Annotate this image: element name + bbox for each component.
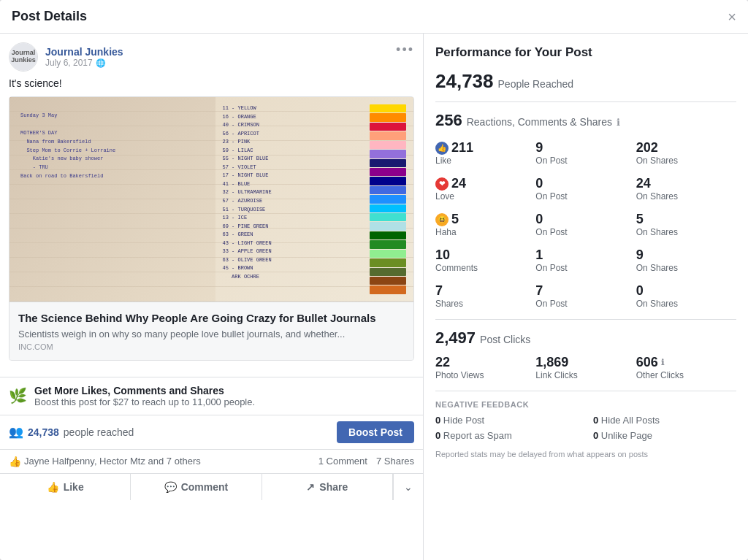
link-clicks-label: Link Clicks bbox=[535, 370, 636, 380]
negative-feedback-grid: 0 Hide Post 0 Hide All Posts 0 Report as… bbox=[435, 415, 736, 441]
performance-title: Performance for Your Post bbox=[435, 45, 736, 60]
reactions-left: 👍 Jayne Halfpenny, Hector Mtz and 7 othe… bbox=[9, 456, 201, 467]
post-image: Sunday 3 May MOTHER'S DAY Nana from Bake… bbox=[9, 97, 413, 302]
photo-views-label: Photo Views bbox=[435, 370, 535, 380]
like-onshares-num: 202 bbox=[636, 140, 736, 156]
comments-onshares-label: On Shares bbox=[636, 263, 736, 273]
like-button[interactable]: 👍 Like bbox=[0, 474, 131, 500]
divider-3 bbox=[435, 391, 736, 391]
negative-feedback-section: NEGATIVE FEEDBACK 0 Hide Post 0 Hide All… bbox=[435, 400, 736, 459]
other-clicks-cell: 606 ℹ Other Clicks bbox=[636, 355, 736, 380]
haha-onpost-label: On Post bbox=[535, 227, 636, 237]
boost-section: 🌿 Get More Likes, Comments and Shares Bo… bbox=[0, 377, 423, 415]
share-btn-label: Share bbox=[319, 481, 348, 493]
love-onshares-cell: 24 On Shares bbox=[636, 176, 736, 202]
like-total-value: 211 bbox=[451, 140, 473, 156]
love-onpost-num: 0 bbox=[535, 176, 636, 191]
like-total-num: 👍 211 bbox=[435, 140, 535, 156]
shares-onshares-label: On Shares bbox=[636, 299, 736, 309]
shares-onshares-cell: 0 On Shares bbox=[636, 283, 736, 309]
comments-stat-row: 10 Comments 1 On Post 9 On Shares bbox=[435, 248, 736, 273]
haha-onpost-cell: 0 On Post bbox=[535, 212, 636, 237]
comments-onshares-num: 9 bbox=[636, 248, 736, 263]
haha-total-num: 😆 5 bbox=[435, 212, 535, 227]
people-reached-label: People Reached bbox=[498, 78, 574, 90]
more-options-button[interactable]: ••• bbox=[396, 42, 414, 58]
divider-2 bbox=[435, 319, 736, 320]
author-name[interactable]: Journal Junkies bbox=[45, 46, 123, 58]
post-header: JournalJunkies Journal Junkies July 6, 2… bbox=[9, 42, 414, 72]
comment-btn-label: Comment bbox=[181, 481, 229, 493]
author-info: Journal Junkies July 6, 2017 🌐 bbox=[45, 46, 123, 68]
people-reached-number: 24,738 bbox=[435, 70, 494, 93]
shares-total-label: Shares bbox=[435, 299, 535, 309]
modal-body: JournalJunkies Journal Junkies July 6, 2… bbox=[0, 34, 748, 560]
shares-count[interactable]: 7 Shares bbox=[376, 456, 414, 467]
modal-header: Post Details × bbox=[0, 0, 748, 34]
haha-reaction-icon: 😆 bbox=[435, 213, 449, 226]
reach-link[interactable]: 24,738 bbox=[28, 426, 59, 438]
color-swatches bbox=[370, 104, 406, 294]
like-stat-row: 👍 211 Like 9 On Post 202 On Shares bbox=[435, 140, 736, 166]
like-total-cell: 👍 211 Like bbox=[435, 140, 535, 166]
hide-post-item: 0 Hide Post bbox=[435, 415, 579, 426]
action-bar: 👍 Like 💬 Comment ↗ Share ⌄ bbox=[0, 473, 423, 500]
share-button[interactable]: ↗ Share bbox=[262, 474, 393, 500]
shares-onshares-num: 0 bbox=[636, 283, 736, 299]
like-total-label: Like bbox=[435, 156, 535, 166]
hide-all-posts-item: 0 Hide All Posts bbox=[593, 415, 736, 426]
comments-total-label: Comments bbox=[435, 263, 535, 273]
hide-all-posts-num: 0 bbox=[593, 415, 598, 426]
comments-onshares-cell: 9 On Shares bbox=[636, 248, 736, 273]
reactions-right: 1 Comment 7 Shares bbox=[318, 456, 414, 467]
modal-title: Post Details bbox=[12, 9, 87, 24]
like-onpost-label: On Post bbox=[535, 156, 636, 166]
post-clicks-number: 2,497 bbox=[435, 329, 476, 348]
boost-text: Get More Likes, Comments and Shares Boos… bbox=[34, 385, 414, 407]
haha-onshares-label: On Shares bbox=[636, 227, 736, 237]
post-image-container: Sunday 3 May MOTHER'S DAY Nana from Bake… bbox=[9, 96, 414, 361]
boost-icon: 🌿 bbox=[9, 387, 27, 404]
love-reaction-icon: ❤ bbox=[435, 177, 449, 191]
people-reached-stat: 24,738 People Reached bbox=[435, 70, 736, 93]
like-onshares-label: On Shares bbox=[636, 156, 736, 166]
reach-label: people reached bbox=[64, 426, 134, 438]
other-clicks-num: 606 ℹ bbox=[636, 355, 736, 370]
love-stat-row: ❤ 24 Love 0 On Post 24 On Shares bbox=[435, 176, 736, 202]
left-panel: JournalJunkies Journal Junkies July 6, 2… bbox=[0, 34, 424, 560]
avatar-image: JournalJunkies bbox=[9, 43, 37, 71]
love-onshares-num: 24 bbox=[636, 176, 736, 191]
comment-button[interactable]: 💬 Comment bbox=[131, 474, 262, 500]
close-button[interactable]: × bbox=[728, 9, 736, 24]
link-title: The Science Behind Why People Are Going … bbox=[18, 311, 405, 326]
link-preview[interactable]: The Science Behind Why People Are Going … bbox=[9, 302, 413, 360]
report-spam-num: 0 bbox=[435, 430, 440, 441]
shares-onpost-cell: 7 On Post bbox=[535, 283, 636, 309]
love-total-num: ❤ 24 bbox=[435, 176, 535, 191]
boost-title: Get More Likes, Comments and Shares bbox=[34, 385, 414, 396]
comments-onpost-label: On Post bbox=[535, 263, 636, 273]
like-icon: 👍 bbox=[9, 456, 21, 467]
notebook-text-left: Sunday 3 May MOTHER'S DAY Nana from Bake… bbox=[20, 112, 205, 181]
more-actions-button[interactable]: ⌄ bbox=[393, 474, 423, 500]
comments-total-num: 10 bbox=[435, 248, 535, 263]
comments-total-cell: 10 Comments bbox=[435, 248, 535, 273]
share-btn-icon: ↗ bbox=[306, 481, 315, 493]
comment-btn-icon: 💬 bbox=[164, 481, 177, 493]
other-clicks-info-icon: ℹ bbox=[661, 358, 664, 367]
link-clicks-num: 1,869 bbox=[535, 355, 636, 370]
reactors-names: Jayne Halfpenny, Hector Mtz and 7 others bbox=[24, 456, 201, 467]
report-spam-label: Report as Spam bbox=[443, 430, 512, 441]
boost-button[interactable]: Boost Post bbox=[337, 421, 414, 443]
unlike-page-item: 0 Unlike Page bbox=[593, 430, 736, 441]
haha-onshares-num: 5 bbox=[636, 212, 736, 227]
post-details-modal: Post Details × JournalJunkies Journal Ju… bbox=[0, 0, 748, 560]
like-reaction-icon: 👍 bbox=[435, 142, 449, 155]
love-total-label: Love bbox=[435, 191, 535, 202]
reactions-total-number: 256 bbox=[435, 111, 462, 130]
hide-post-label: Hide Post bbox=[443, 415, 484, 426]
notebook-left-page: Sunday 3 May MOTHER'S DAY Nana from Bake… bbox=[9, 97, 215, 302]
haha-onshares-cell: 5 On Shares bbox=[636, 212, 736, 237]
comment-count[interactable]: 1 Comment bbox=[318, 456, 367, 467]
photo-views-cell: 22 Photo Views bbox=[435, 355, 535, 380]
